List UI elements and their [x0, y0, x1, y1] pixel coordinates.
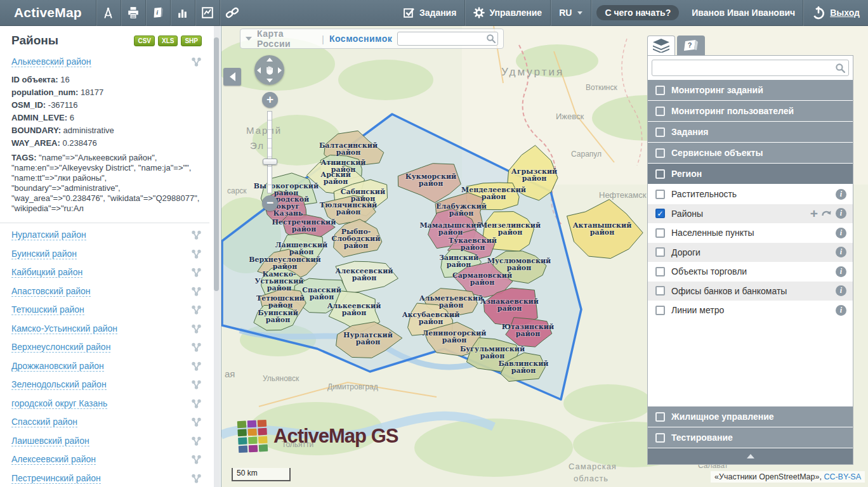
export-csv-button[interactable]: CSV [134, 36, 155, 46]
sidebar-scrollbar[interactable] [214, 26, 220, 487]
layer-group-row[interactable]: Тестирование [648, 427, 853, 448]
share-icon[interactable] [191, 230, 202, 240]
refresh-arrow-icon[interactable] [822, 209, 832, 219]
info-icon[interactable]: i [836, 228, 846, 238]
share-icon[interactable] [191, 304, 202, 315]
district-link[interactable]: Кайбицкий район [11, 267, 82, 278]
share-icon[interactable] [191, 56, 202, 67]
info-icon[interactable]: i [836, 189, 846, 200]
info-icon[interactable]: i [836, 285, 846, 296]
layer-row[interactable]: Дорогиi [648, 243, 853, 263]
layer-checkbox[interactable] [655, 306, 665, 315]
group-checkbox[interactable] [655, 169, 665, 179]
district-link[interactable]: Нурлатский район [11, 230, 86, 240]
basemap-current[interactable]: Карта России [257, 29, 317, 49]
layer-group-row[interactable]: Мониторинг заданий [648, 80, 853, 101]
district-link[interactable]: Буинский район [11, 249, 77, 259]
layer-group-row[interactable]: Задания [648, 122, 853, 143]
search-icon[interactable] [835, 63, 846, 76]
share-icon[interactable] [191, 436, 202, 446]
share-icon[interactable] [191, 398, 202, 409]
reports-icon[interactable]: i [146, 0, 170, 26]
info-icon[interactable]: i [836, 208, 846, 219]
info-icon[interactable]: i [836, 305, 846, 316]
pan-down-arrow[interactable] [266, 79, 273, 82]
logout-button[interactable]: Выход [803, 0, 868, 26]
export-shp-button[interactable]: SHP [181, 36, 202, 46]
layer-group-row[interactable]: Жилищное управление [648, 406, 853, 427]
share-icon[interactable] [191, 379, 202, 390]
info-icon[interactable]: i [836, 247, 846, 257]
sidebar-collapse-button[interactable] [223, 68, 241, 86]
district-link[interactable]: Спасский район [11, 417, 77, 427]
chevron-down-icon[interactable] [246, 37, 252, 41]
group-checkbox[interactable] [655, 412, 665, 422]
add-feature-icon[interactable]: + [810, 209, 818, 219]
export-xls-button[interactable]: XLS [158, 36, 178, 46]
share-icon[interactable] [191, 323, 202, 334]
selected-feature-link[interactable]: Алькеевский район [11, 56, 91, 67]
layer-group-row[interactable]: Мониторинг пользователей [648, 101, 853, 122]
layer-group-row[interactable]: Сервисные объекты [648, 143, 853, 164]
zoom-slider[interactable] [267, 111, 272, 193]
tasks-menu-button[interactable]: Задания [395, 0, 464, 26]
district-link[interactable]: Камско-Устьинский район [11, 323, 117, 334]
pan-up-arrow[interactable] [266, 58, 273, 62]
layer-checkbox[interactable] [655, 286, 665, 295]
layer-checkbox[interactable] [655, 267, 665, 276]
district-link[interactable]: Лаишевский район [11, 436, 89, 446]
stats-icon[interactable] [171, 0, 195, 26]
map-pan-control[interactable] [254, 55, 284, 85]
share-icon[interactable] [191, 249, 202, 259]
layer-row[interactable]: ✓Районы+i [648, 204, 853, 224]
share-icon[interactable] [191, 361, 202, 372]
layer-search-input[interactable] [652, 60, 849, 76]
current-user-name[interactable]: Иванов Иван Иванович [684, 8, 803, 18]
zoom-slider-handle[interactable] [263, 159, 277, 165]
share-icon[interactable] [191, 417, 202, 427]
share-icon[interactable] [191, 342, 202, 353]
layers-panel-collapse[interactable] [648, 448, 853, 464]
share-icon[interactable] [191, 286, 202, 297]
district-link[interactable]: Апастовский район [11, 286, 91, 297]
map-search-input[interactable] [397, 32, 498, 46]
district-link[interactable]: Зеленодольский район [11, 379, 107, 390]
info-icon[interactable]: i [836, 266, 846, 277]
district-link[interactable]: Пестречинский район [11, 473, 101, 484]
share-icon[interactable] [191, 473, 202, 484]
layer-checkbox[interactable] [655, 190, 665, 199]
tab-help[interactable]: ? [677, 36, 705, 55]
layer-row[interactable]: Линии метроi [648, 301, 853, 320]
district-link[interactable]: городской округ Казань [11, 398, 107, 409]
layer-row[interactable]: Растительностьi [648, 185, 853, 204]
group-checkbox[interactable] [655, 433, 665, 443]
district-link[interactable]: Дрожжановский район [11, 361, 104, 372]
pan-left-arrow[interactable] [257, 67, 261, 74]
group-checkbox[interactable] [655, 127, 665, 137]
district-link[interactable]: Верхнеуслонский район [11, 342, 110, 353]
layer-row[interactable]: Офисы банков и банкоматыi [648, 282, 853, 301]
zoom-out-button[interactable]: − [262, 195, 278, 211]
layer-checkbox[interactable]: ✓ [655, 209, 665, 218]
admin-menu-button[interactable]: Управление [465, 0, 550, 26]
group-checkbox[interactable] [655, 148, 665, 158]
search-icon[interactable] [486, 34, 496, 46]
district-link[interactable]: Тетюшский район [11, 304, 84, 315]
charts-icon[interactable] [195, 0, 220, 26]
share-icon[interactable] [191, 454, 202, 465]
getting-started-button[interactable]: С чего начать? [596, 5, 679, 20]
print-icon[interactable] [121, 0, 145, 26]
pan-right-arrow[interactable] [278, 67, 282, 74]
zoom-in-button[interactable]: + [262, 92, 278, 108]
layer-checkbox[interactable] [655, 228, 665, 238]
layer-checkbox[interactable] [655, 247, 665, 257]
basemap-alternate[interactable]: Космоснимок [329, 34, 392, 44]
measure-icon[interactable] [96, 0, 121, 26]
link-icon[interactable] [220, 0, 244, 26]
share-icon[interactable] [191, 267, 202, 278]
layer-row[interactable]: Объекты торговлиi [648, 262, 853, 282]
group-checkbox[interactable] [655, 107, 665, 116]
layer-group-row[interactable]: Регион [648, 164, 853, 185]
layer-row[interactable]: Населенные пунктыi [648, 223, 853, 243]
scrollbar-thumb[interactable] [214, 37, 219, 291]
